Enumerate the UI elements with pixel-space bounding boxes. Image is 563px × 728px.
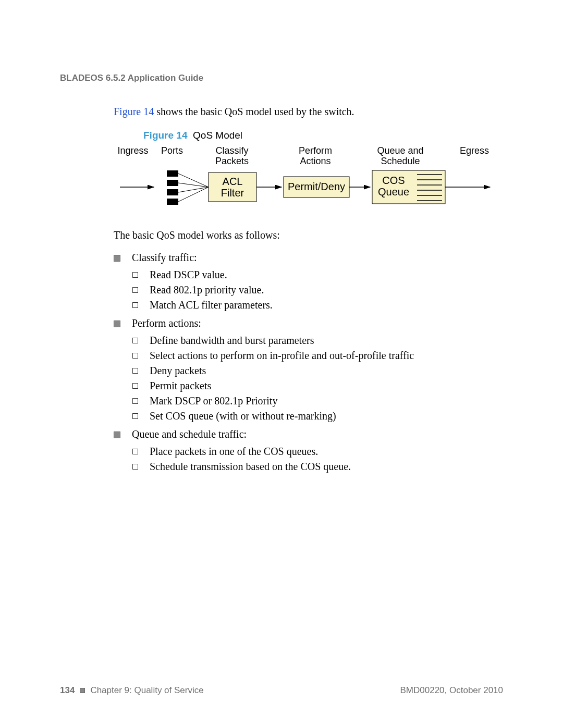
list-item-text: Queue and schedule traffic:	[132, 428, 247, 440]
hollow-square-bullet-icon	[132, 368, 138, 374]
sub-item-text: Place packets in one of the COS queues.	[150, 446, 318, 458]
label-ports: Ports	[161, 145, 183, 156]
hollow-square-bullet-icon	[132, 413, 138, 419]
figure-label: Figure 14	[143, 130, 187, 141]
hollow-square-bullet-icon	[132, 353, 138, 359]
list-item-text: Perform actions:	[132, 317, 201, 329]
list-item: Perform actions: Define bandwidth and bu…	[114, 317, 503, 422]
acl-text-1: ACL	[223, 176, 243, 187]
hollow-square-bullet-icon	[132, 338, 138, 343]
hollow-square-bullet-icon	[132, 383, 138, 389]
svg-rect-3	[167, 189, 178, 195]
sub-list-item: Place packets in one of the COS queues.	[132, 446, 503, 458]
footer-square-icon	[80, 688, 85, 693]
figure-caption: Figure 14 QoS Model	[143, 130, 503, 141]
square-bullet-icon	[114, 255, 120, 262]
square-bullet-icon	[114, 320, 120, 327]
hollow-square-bullet-icon	[132, 272, 138, 278]
list-item: Classify traffic: Read DSCP value. Read …	[114, 252, 503, 311]
sub-list-item: Permit packets	[132, 380, 503, 392]
bullet-list: Classify traffic: Read DSCP value. Read …	[114, 252, 503, 473]
sub-item-text: Permit packets	[150, 380, 211, 392]
sub-item-text: Define bandwidth and burst parameters	[150, 335, 314, 347]
sub-list-item: Read 802.1p priority value.	[132, 284, 503, 296]
sub-list-item: Define bandwidth and burst parameters	[132, 335, 503, 347]
intro-sentence: Figure 14 shows the basic QoS model used…	[114, 104, 503, 119]
hollow-square-bullet-icon	[132, 449, 138, 454]
svg-rect-2	[167, 180, 178, 186]
label-egress: Egress	[460, 145, 489, 156]
label-ingress: Ingress	[117, 145, 148, 156]
label-classify-1: Classify	[215, 145, 248, 156]
doc-reference: BMD00220, October 2010	[400, 685, 503, 696]
label-queue-2: Schedule	[381, 156, 420, 166]
sub-item-text: Read 802.1p priority value.	[150, 284, 264, 296]
sub-item-text: Read DSCP value.	[150, 269, 227, 281]
label-classify-2: Packets	[215, 156, 249, 166]
sub-item-text: Schedule transmission based on the COS q…	[150, 461, 351, 473]
svg-line-8	[178, 187, 209, 202]
sub-list-item: Set COS queue (with or without re-markin…	[132, 410, 503, 422]
sub-list-item: Mark DSCP or 802.1p Priority	[132, 395, 503, 407]
cos-text-2: Queue	[378, 186, 409, 198]
figure-title: QoS Model	[193, 130, 242, 141]
sub-list-item: Deny packets	[132, 365, 503, 377]
cos-text-1: COS	[382, 175, 405, 186]
hollow-square-bullet-icon	[132, 287, 138, 293]
label-perform-1: Perform	[299, 145, 332, 156]
sub-item-text: Set COS queue (with or without re-markin…	[150, 410, 336, 422]
figure-reference-link[interactable]: Figure 14	[114, 106, 154, 117]
acl-text-2: Filter	[221, 187, 244, 199]
label-perform-2: Actions	[300, 156, 331, 166]
page-number: 134	[60, 685, 75, 696]
document-header: BLADEOS 6.5.2 Application Guide	[60, 73, 503, 83]
sub-list-item: Match ACL filter parameters.	[132, 299, 503, 311]
intro-sentence-rest: shows the basic QoS model used by the sw…	[154, 106, 354, 117]
hollow-square-bullet-icon	[132, 302, 138, 308]
sub-item-text: Match ACL filter parameters.	[150, 299, 273, 311]
sub-item-text: Deny packets	[150, 365, 206, 377]
qos-model-diagram: Ingress Ports Classify Packets Perform A…	[115, 144, 503, 215]
svg-rect-1	[167, 170, 178, 177]
list-item-text: Classify traffic:	[132, 252, 197, 264]
svg-line-7	[178, 187, 209, 192]
page-footer: 134 Chapter 9: Quality of Service BMD002…	[60, 685, 503, 696]
intro-line-2: The basic QoS model works as follows:	[114, 229, 503, 241]
sub-list-item: Read DSCP value.	[132, 269, 503, 281]
svg-rect-4	[167, 199, 178, 205]
permit-deny-text: Permit/Deny	[288, 181, 345, 192]
hollow-square-bullet-icon	[132, 464, 138, 470]
sub-item-text: Select actions to perform on in-profile …	[150, 350, 414, 362]
square-bullet-icon	[114, 431, 120, 438]
sub-list-item: Schedule transmission based on the COS q…	[132, 461, 503, 473]
hollow-square-bullet-icon	[132, 398, 138, 404]
chapter-label: Chapter 9: Quality of Service	[90, 685, 203, 696]
sub-item-text: Mark DSCP or 802.1p Priority	[150, 395, 277, 407]
sub-list-item: Select actions to perform on in-profile …	[132, 350, 503, 362]
label-queue-1: Queue and	[377, 145, 423, 156]
list-item: Queue and schedule traffic: Place packet…	[114, 428, 503, 473]
